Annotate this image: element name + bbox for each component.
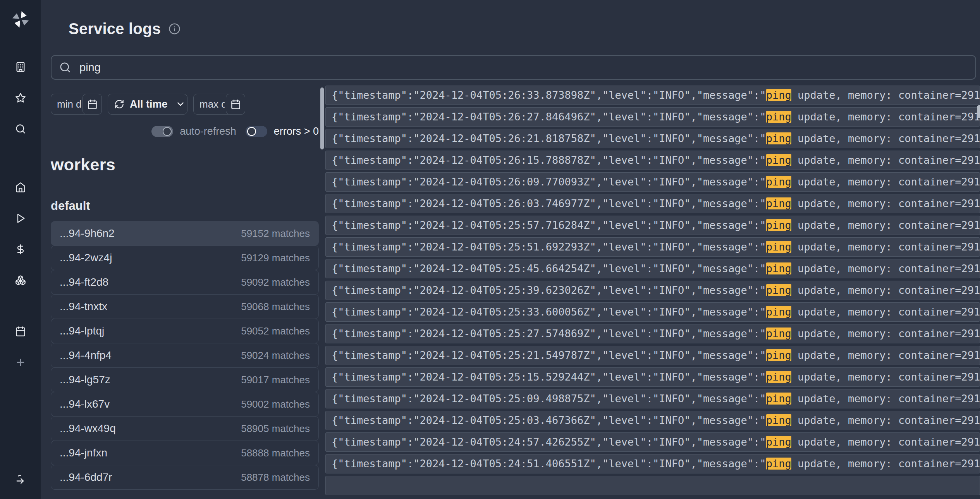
log-highlight: ping <box>766 219 791 231</box>
plus-icon <box>15 357 26 368</box>
log-row: {"timestamp":"2024-12-04T05:26:15.788878… <box>325 151 980 170</box>
log-highlight: ping <box>766 306 791 318</box>
log-row: {"timestamp":"2024-12-04T05:26:09.770093… <box>325 172 980 192</box>
calendar-icon <box>15 326 26 337</box>
min-date-field <box>51 94 102 115</box>
worker-row[interactable]: ...94-tnxtx 59068 matches <box>51 294 319 319</box>
log-text-post: update, memory: container=291MB <box>791 284 980 296</box>
worker-name: ...94-tnxtx <box>60 300 107 313</box>
log-text-pre: {"timestamp":"2024-12-04T05:25:15.529244… <box>332 371 766 383</box>
chevron-down-icon <box>175 99 186 109</box>
sidebar-divider <box>0 39 41 39</box>
time-range-button[interactable]: All time <box>108 94 187 115</box>
log-row: {"timestamp":"2024-12-04T05:25:15.529244… <box>325 367 980 387</box>
refresh-icon <box>114 99 124 109</box>
log-list: {"timestamp":"2024-12-04T05:26:33.873898… <box>325 86 980 499</box>
log-text-pre: {"timestamp":"2024-12-04T05:25:51.692293… <box>332 241 766 253</box>
worker-group-heading: default <box>51 199 319 213</box>
search-bar <box>51 55 976 80</box>
search-icon <box>15 123 26 134</box>
log-text-post: update, memory: container=291MB <box>791 219 980 231</box>
worker-matches: 58905 matches <box>241 423 310 435</box>
worker-matches: 59052 matches <box>241 325 310 337</box>
log-row: {"timestamp":"2024-12-04T05:26:27.846496… <box>325 107 980 127</box>
log-row: {"timestamp":"2024-12-04T05:25:57.716284… <box>325 216 980 235</box>
worker-row[interactable]: ...94-lptqj 59052 matches <box>51 319 319 343</box>
sidebar-item-schedules[interactable] <box>0 316 41 347</box>
star-icon <box>15 93 26 103</box>
log-row: {"timestamp":"2024-12-04T05:25:03.467366… <box>325 411 980 430</box>
log-text-post: update, memory: container=291MB <box>791 436 980 448</box>
log-text-pre: {"timestamp":"2024-12-04T05:26:15.788878… <box>332 154 766 166</box>
calendar-icon <box>87 99 98 110</box>
log-text-pre: {"timestamp":"2024-12-04T05:25:21.549787… <box>332 349 766 361</box>
main-content: Service logs <box>41 0 980 499</box>
log-text-post: update, memory: container=291MB <box>791 111 980 123</box>
worker-name: ...94-lx67v <box>60 398 110 410</box>
log-highlight: ping <box>766 111 791 123</box>
sidebar-divider <box>0 157 41 157</box>
worker-row[interactable]: ...94-lg57z 59017 matches <box>51 367 319 392</box>
log-text-pre: {"timestamp":"2024-12-04T05:26:09.770093… <box>332 176 766 188</box>
worker-row[interactable]: ...94-4nfp4 59024 matches <box>51 343 319 368</box>
time-range-chevron[interactable] <box>174 94 187 114</box>
sidebar-item-workspace[interactable] <box>0 51 41 82</box>
log-highlight: ping <box>766 393 791 405</box>
filter-row: All time <box>51 94 319 115</box>
sidebar-item-favorites[interactable] <box>0 82 41 113</box>
sidebar-item-home[interactable] <box>0 172 41 203</box>
worker-row[interactable]: ...94-9h6n2 59152 matches <box>51 221 319 246</box>
log-row: {"timestamp":"2024-12-04T05:25:27.574869… <box>325 324 980 343</box>
expand-arrow-icon <box>15 474 26 485</box>
log-text-pre: {"timestamp":"2024-12-04T05:26:03.746977… <box>332 197 766 209</box>
log-text-post: update, memory: container=291MB <box>791 176 980 188</box>
sidebar-item-search[interactable] <box>0 113 41 144</box>
log-row: {"timestamp":"2024-12-04T05:25:09.498875… <box>325 389 980 408</box>
log-row: {"timestamp":"2024-12-04T05:26:03.746977… <box>325 194 980 213</box>
errors-toggle[interactable] <box>246 126 267 137</box>
windmill-logo[interactable] <box>0 0 41 39</box>
worker-row[interactable]: ...94-wx49q 58905 matches <box>51 416 319 441</box>
log-row: {"timestamp":"2024-12-04T05:26:21.818758… <box>325 129 980 148</box>
home-icon <box>15 182 26 193</box>
log-text-pre: {"timestamp":"2024-12-04T05:24:51.406551… <box>332 458 766 470</box>
log-row: {"timestamp":"2024-12-04T05:25:33.600056… <box>325 302 980 322</box>
worker-row[interactable]: ...94-2wz4j 59129 matches <box>51 245 319 270</box>
worker-name: ...94-lptqj <box>60 325 104 337</box>
log-panel: {"timestamp":"2024-12-04T05:26:33.873898… <box>319 86 980 499</box>
info-icon[interactable] <box>168 23 181 35</box>
log-text-post: update, memory: container=291MB <box>791 349 980 361</box>
log-text-post: update, memory: container=291MB <box>791 89 980 101</box>
log-text-pre: {"timestamp":"2024-12-04T05:24:57.426255… <box>332 436 766 448</box>
boxes-icon <box>15 275 26 286</box>
log-scrollbar[interactable] <box>319 86 325 499</box>
auto-refresh-label: auto-refresh <box>180 125 236 137</box>
toggle-knob <box>163 127 172 136</box>
log-scrollbar-thumb[interactable] <box>320 87 324 149</box>
auto-refresh-toggle[interactable] <box>151 126 173 137</box>
search-input[interactable] <box>79 61 968 74</box>
log-highlight: ping <box>766 154 791 166</box>
worker-name: ...94-2wz4j <box>60 252 112 264</box>
sidebar-item-runs[interactable] <box>0 203 41 234</box>
max-date-field <box>193 94 245 115</box>
min-date-calendar-button[interactable] <box>83 94 102 115</box>
sidebar-item-variables[interactable] <box>0 234 41 265</box>
log-highlight: ping <box>766 284 791 296</box>
worker-row[interactable]: ...94-lx67v 59002 matches <box>51 392 319 417</box>
worker-matches: 59017 matches <box>241 374 310 386</box>
log-text-post: update, memory: container=291MB <box>791 371 980 383</box>
page-scrollbar-thumb[interactable] <box>977 105 980 118</box>
sidebar-add-button[interactable] <box>0 347 41 378</box>
worker-list: ...94-9h6n2 59152 matches ...94-2wz4j 59… <box>51 221 319 490</box>
sidebar-item-resources[interactable] <box>0 265 41 296</box>
worker-row[interactable]: ...94-6dd7r 58878 matches <box>51 465 319 490</box>
max-date-calendar-button[interactable] <box>226 94 245 115</box>
log-text-pre: {"timestamp":"2024-12-04T05:25:03.467366… <box>332 414 766 426</box>
left-panel: All time <box>51 86 319 499</box>
sidebar-expand-button[interactable] <box>0 460 41 499</box>
worker-row[interactable]: ...94-jnfxn 58888 matches <box>51 441 319 465</box>
worker-row[interactable]: ...94-ft2d8 59092 matches <box>51 270 319 295</box>
errors-filter-label: errors > 0 <box>274 125 319 137</box>
log-text-post: update, memory: container=291MB <box>791 132 980 144</box>
